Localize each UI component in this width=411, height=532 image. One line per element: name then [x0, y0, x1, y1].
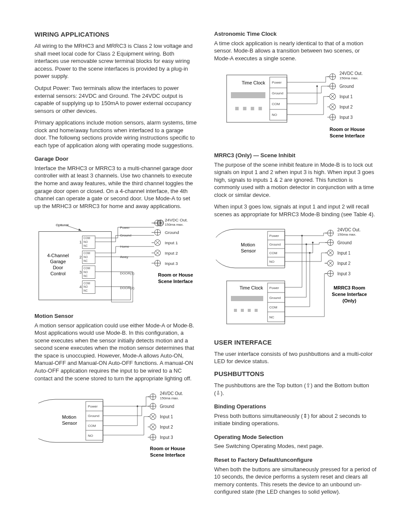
diagram-timeclock: Time Clock Power Ground COM NO	[214, 66, 377, 144]
svg-rect-107	[231, 92, 265, 98]
svg-text:NO: NO	[84, 240, 88, 243]
heading-wiring-applications: WIRING APPLICATIONS	[34, 30, 197, 39]
p-inhibit-1: The purpose of the scene inhibit feature…	[214, 161, 377, 199]
svg-text:COM: COM	[269, 251, 277, 255]
svg-text:Time Clock: Time Clock	[242, 80, 265, 85]
p-inhibit-2: When input 3 goes low, signals at input …	[214, 203, 377, 218]
four-ch-4: Control	[50, 271, 65, 276]
svg-text:Input 2: Input 2	[160, 425, 173, 429]
heading-scene-inhibit: MRRC3 (Only) — Scene Inhibit	[214, 152, 377, 159]
svg-text:Sensor: Sensor	[62, 420, 77, 426]
diagram-garage: 4-Channel Garage Door Control Optional 1…	[34, 214, 197, 305]
svg-point-176	[305, 243, 307, 245]
svg-text:MRRC3 Room: MRRC3 Room	[333, 285, 365, 290]
svg-rect-111	[258, 107, 262, 110]
left-column: WIRING APPLICATIONS All wiring to the MR…	[34, 30, 197, 500]
right-column: Astronomic Time Clock A time clock appli…	[214, 30, 377, 500]
svg-text:COM: COM	[84, 282, 90, 285]
svg-point-175	[301, 235, 302, 236]
svg-text:NC: NC	[84, 289, 88, 292]
svg-text:NC: NC	[84, 259, 88, 262]
svg-text:NO: NO	[272, 113, 277, 117]
svg-rect-109	[243, 107, 246, 110]
svg-text:24VDC Out.: 24VDC Out.	[165, 218, 188, 222]
svg-text:4: 4	[79, 285, 82, 289]
svg-text:Power: Power	[269, 286, 279, 290]
svg-text:NO: NO	[88, 434, 93, 438]
svg-point-76	[137, 406, 138, 407]
svg-text:Ground: Ground	[339, 84, 354, 89]
svg-text:Power: Power	[269, 234, 279, 238]
svg-text:NC: NC	[84, 244, 88, 247]
svg-text:NC: NC	[84, 274, 88, 277]
svg-text:150ma max.: 150ma max.	[165, 223, 184, 227]
p-wiring-2: Output Power: Two terminals allow the in…	[34, 84, 197, 115]
svg-rect-164	[248, 309, 251, 312]
svg-text:Input 3: Input 3	[339, 115, 353, 120]
svg-text:NO: NO	[84, 255, 88, 258]
svg-text:Input 3: Input 3	[160, 435, 173, 440]
svg-text:Motion: Motion	[62, 414, 76, 420]
svg-rect-163	[241, 309, 244, 312]
svg-text:Sensor: Sensor	[241, 248, 256, 253]
svg-text:Input 1: Input 1	[337, 251, 351, 255]
svg-text:Input 2: Input 2	[337, 261, 351, 266]
heading-astronomic: Astronomic Time Clock	[214, 30, 377, 38]
svg-text:Ground: Ground	[165, 230, 179, 235]
svg-text:150ma max.: 150ma max.	[160, 396, 179, 400]
svg-text:Input 3: Input 3	[337, 271, 351, 276]
svg-text:Input 1: Input 1	[339, 94, 353, 99]
svg-text:COM: COM	[88, 424, 96, 428]
diagram-motion: Motion Sensor Power Ground COM NO	[34, 386, 197, 464]
p-motion: A motion sensor application could use ei…	[34, 322, 197, 382]
svg-text:Away: Away	[120, 255, 128, 259]
svg-text:Power: Power	[88, 404, 98, 408]
svg-text:Input 1: Input 1	[165, 240, 178, 245]
p-user-interface: The user interface consists of two pushb…	[214, 350, 377, 365]
svg-point-174	[312, 242, 313, 243]
svg-text:Scene Interface: Scene Interface	[330, 133, 364, 138]
svg-rect-108	[235, 107, 239, 110]
heading-motion-sensor: Motion Sensor	[34, 312, 197, 320]
p-wiring-1: All wiring to the MRHC3 and MRRC3 is Cla…	[34, 42, 197, 80]
four-ch-2: Garage	[50, 259, 65, 264]
svg-text:Input 3: Input 3	[165, 261, 178, 266]
svg-text:Power: Power	[272, 81, 282, 84]
heading-user-interface: USER INTERFACE	[214, 338, 377, 347]
svg-text:3: 3	[79, 270, 82, 274]
heading-binding: Binding Operations	[214, 403, 377, 411]
heading-pushbuttons: PUSHBUTTONS	[214, 370, 377, 378]
svg-text:Input 1: Input 1	[160, 414, 173, 419]
svg-text:NO: NO	[269, 260, 274, 264]
svg-text:Input 2: Input 2	[165, 251, 178, 255]
svg-text:(Only): (Only)	[342, 298, 356, 303]
p-pushbuttons: The pushbuttons are the Top button (⇧) a…	[214, 382, 377, 397]
svg-text:Ground: Ground	[120, 234, 131, 238]
svg-text:Time Clock: Time Clock	[240, 285, 263, 290]
svg-text:24VDC Out.: 24VDC Out.	[339, 71, 363, 76]
svg-text:Room or House: Room or House	[158, 272, 193, 277]
svg-text:Power: Power	[120, 226, 130, 230]
heading-reset: Reset to Factory Default/unconfigure	[214, 456, 377, 464]
svg-text:150ma max.: 150ma max.	[339, 76, 358, 80]
svg-point-177	[309, 252, 310, 253]
svg-text:Scene Interface: Scene Interface	[158, 279, 193, 284]
p-wiring-3: Primary applications include motion sens…	[34, 119, 197, 149]
p-garage: Interface the MRHC3 or MRRC3 to a multi-…	[34, 165, 197, 210]
svg-text:Motion: Motion	[241, 242, 255, 247]
heading-garage-door: Garage Door	[34, 155, 197, 163]
svg-text:COM: COM	[272, 102, 280, 106]
p-binding: Press both buttons simultaneously (⇕) fo…	[214, 412, 377, 427]
svg-text:Ground: Ground	[269, 243, 281, 246]
four-ch-1: 4-Channel	[47, 253, 68, 258]
svg-text:Ground: Ground	[272, 91, 283, 95]
svg-text:Ground: Ground	[337, 240, 352, 245]
svg-rect-110	[251, 107, 254, 110]
heading-mode-selection: Operating Mode Selection	[214, 433, 377, 441]
p-astronomic: A time clock application is nearly ident…	[214, 40, 377, 62]
lbl-optional: Optional	[56, 223, 69, 227]
svg-rect-161	[231, 296, 263, 301]
p-mode-selection: See Switching Operating Modes, next page…	[214, 442, 377, 450]
svg-text:NC: NC	[269, 315, 274, 319]
svg-text:Room or House: Room or House	[150, 446, 185, 451]
